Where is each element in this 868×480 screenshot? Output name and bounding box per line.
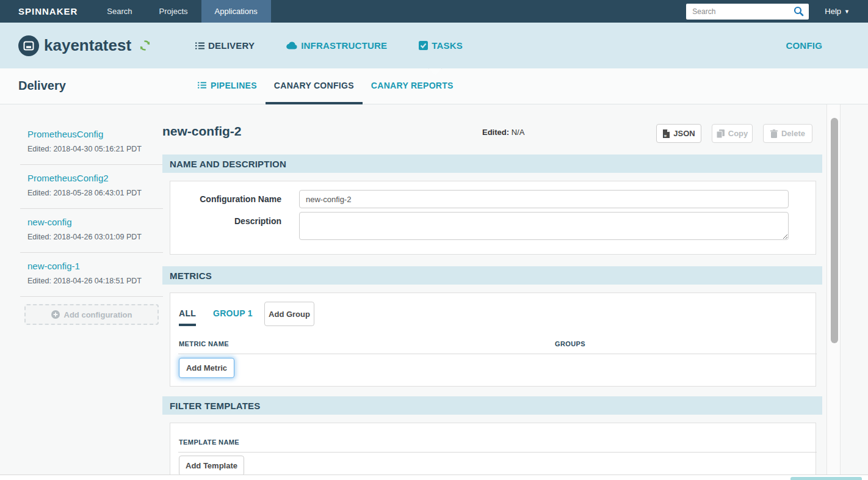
config-actions: w JSON Copy Delete (656, 124, 812, 143)
tab-canary-reports-label: CANARY REPORTS (371, 81, 454, 90)
tab-canary-configs[interactable]: CANARY CONFIGS (266, 68, 363, 104)
topnav-item-search[interactable]: Search (93, 0, 145, 23)
application-header: kayentatest DELIVERY INFRASTRUCTURE TASK… (0, 23, 868, 68)
page-title: Delivery (18, 79, 66, 93)
metrics-table-header: METRIC NAME GROUPS (179, 340, 808, 347)
tab-canary-reports[interactable]: CANARY REPORTS (363, 68, 462, 104)
tab-infrastructure[interactable]: INFRASTRUCTURE (286, 40, 387, 51)
add-metric-button[interactable]: Add Metric (179, 358, 234, 378)
topnav-item-projects[interactable]: Projects (146, 0, 201, 23)
config-title: new-config-2 (162, 124, 242, 139)
help-label: Help (825, 7, 841, 16)
list-item: new-config-1 Edited: 2018-04-26 04:18:51… (20, 253, 163, 297)
refresh-icon[interactable] (139, 39, 151, 52)
application-icon (18, 35, 39, 56)
tab-tasks[interactable]: TASKS (419, 40, 463, 51)
list-item: PrometheusConfig Edited: 2018-04-30 05:1… (20, 119, 163, 165)
name-description-card: Configuration Name Description (170, 181, 816, 255)
edited-status: Edited: N/A (482, 128, 524, 137)
section-header-name-description: NAME AND DESCRIPTION (162, 155, 822, 173)
vertical-scrollbar-thumb[interactable] (831, 118, 838, 343)
config-list-sidebar: PrometheusConfig Edited: 2018-04-30 05:1… (20, 119, 163, 325)
config-link-prometheusconfig[interactable]: PrometheusConfig (27, 129, 103, 139)
chevron-down-icon: ▼ (844, 9, 850, 15)
delete-button[interactable]: Delete (763, 124, 812, 143)
global-search-box[interactable] (686, 4, 809, 20)
add-configuration-label: Add configuration (64, 310, 132, 319)
configuration-name-row: Configuration Name (170, 190, 816, 208)
metric-name-column-header: METRIC NAME (179, 340, 229, 347)
metrics-card: ALL GROUP 1 Add Group METRIC NAME GROUPS… (170, 293, 816, 387)
help-menu[interactable]: Help ▼ (809, 0, 868, 23)
application-tabs: DELIVERY INFRASTRUCTURE TASKS (195, 40, 463, 51)
tab-canary-configs-label: CANARY CONFIGS (274, 81, 354, 90)
copy-button-label: Copy (728, 129, 748, 138)
tab-delivery-label: DELIVERY (208, 40, 255, 51)
bottom-edge-strip (0, 475, 868, 480)
config-detail-panel: new-config-2 Edited: N/A w JSON Copy Del… (162, 119, 822, 480)
delete-button-label: Delete (781, 129, 805, 138)
delivery-sub-tabs: PIPELINES CANARY CONFIGS CANARY REPORTS (189, 68, 462, 104)
tab-delivery[interactable]: DELIVERY (195, 40, 255, 51)
config-edited-timestamp: Edited: 2018-04-26 04:18:51 PDT (27, 277, 163, 285)
edited-label: Edited: (482, 128, 509, 137)
tab-pipelines-label: PIPELINES (211, 81, 257, 90)
configuration-name-label: Configuration Name (170, 190, 281, 208)
global-search-input[interactable] (692, 7, 794, 16)
copy-button[interactable]: Copy (712, 124, 753, 143)
tab-pipelines[interactable]: PIPELINES (189, 68, 266, 104)
add-group-button[interactable]: Add Group (264, 302, 314, 326)
search-icon[interactable] (794, 6, 804, 16)
description-textarea[interactable] (299, 212, 789, 240)
metrics-tab-group-1[interactable]: GROUP 1 (213, 308, 253, 318)
list-icon (195, 42, 204, 50)
topnav-item-applications[interactable]: Applications (201, 0, 271, 23)
list-icon (198, 81, 206, 89)
description-label: Description (170, 212, 281, 242)
config-link-prometheusconfig2[interactable]: PrometheusConfig2 (27, 173, 109, 183)
check-square-icon (419, 41, 428, 50)
copy-icon (717, 129, 725, 138)
description-row: Description (170, 212, 816, 242)
add-configuration-button[interactable]: Add configuration (24, 304, 159, 325)
json-button-label: JSON (673, 129, 695, 138)
trash-icon (770, 129, 778, 138)
metrics-tab-all[interactable]: ALL (179, 308, 196, 326)
cloud-icon (286, 42, 297, 49)
config-link[interactable]: CONFIG (786, 40, 822, 51)
section-header-filter-templates: FILTER TEMPLATES (162, 396, 822, 415)
config-edited-timestamp: Edited: 2018-05-28 06:43:01 PDT (27, 189, 163, 197)
svg-text:w: w (664, 133, 667, 137)
topnav-spacer (271, 0, 687, 23)
config-edited-timestamp: Edited: 2018-04-26 03:01:09 PDT (27, 233, 163, 241)
application-name: kayentatest (44, 36, 131, 55)
config-link-new-config[interactable]: new-config (27, 217, 72, 227)
spinnaker-logo[interactable]: SPINNAKER (0, 0, 93, 23)
top-navbar: SPINNAKER Search Projects Applications H… (0, 0, 868, 23)
edited-value: N/A (512, 128, 525, 137)
vertical-scrollbar-track[interactable] (826, 104, 841, 475)
metrics-header-divider (178, 354, 817, 354)
config-link-new-config-1[interactable]: new-config-1 (27, 261, 80, 271)
template-name-column-header: TEMPLATE NAME (179, 438, 239, 446)
templates-header-divider (178, 452, 817, 453)
section-header-metrics: METRICS (162, 266, 822, 285)
filter-templates-card: TEMPLATE NAME Add Template (170, 423, 816, 480)
add-template-button[interactable]: Add Template (179, 456, 244, 476)
json-button[interactable]: w JSON (656, 124, 701, 143)
config-edited-timestamp: Edited: 2018-04-30 05:16:21 PDT (27, 145, 163, 153)
groups-column-header: GROUPS (555, 340, 585, 347)
tab-infrastructure-label: INFRASTRUCTURE (301, 40, 387, 51)
file-code-icon: w (662, 129, 670, 138)
tab-tasks-label: TASKS (432, 40, 463, 51)
plus-circle-icon (51, 310, 60, 319)
toast-peek-bar (790, 477, 862, 480)
configuration-name-input[interactable] (299, 190, 789, 208)
list-item: PrometheusConfig2 Edited: 2018-05-28 06:… (20, 165, 163, 209)
list-item: new-config Edited: 2018-04-26 03:01:09 P… (20, 209, 163, 253)
